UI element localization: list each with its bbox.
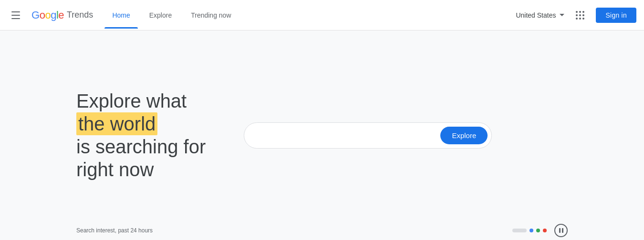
nav-item-trending-now[interactable]: Trending now — [183, 8, 239, 23]
carousel-bar[interactable] — [512, 229, 527, 232]
carousel-dot-blue[interactable] — [530, 229, 533, 232]
nav-item-explore[interactable]: Explore — [142, 8, 179, 23]
country-label: United States — [516, 11, 556, 19]
search-container: Explore — [244, 122, 492, 149]
search-bar: Explore — [244, 122, 492, 149]
hero-line2: the world — [76, 112, 206, 135]
apps-grid-icon[interactable] — [572, 7, 588, 23]
carousel-dot-green[interactable] — [536, 229, 540, 232]
hero-line4: right now — [76, 158, 206, 181]
nav-item-home[interactable]: Home — [104, 8, 137, 23]
pause-icon — [559, 228, 563, 233]
hero-highlight: the world — [76, 112, 157, 135]
header: Google Trends Home Explore Trending now … — [0, 0, 644, 30]
carousel-dot-red[interactable] — [543, 229, 547, 232]
bottom-bar: Search interest, past 24 hours — [0, 221, 644, 240]
header-right: United States Sign in — [516, 7, 636, 23]
hero-text: Explore what the world is searching for … — [76, 90, 206, 181]
hero-line1: Explore what — [76, 90, 206, 112]
google-trends-logo[interactable]: Google Trends — [31, 9, 93, 21]
main-nav: Home Explore Trending now — [104, 8, 239, 23]
trends-label: Trends — [67, 10, 93, 20]
hero-line3: is searching for — [76, 135, 206, 158]
search-interest-label: Search interest, past 24 hours — [76, 227, 153, 234]
google-wordmark: Google — [31, 9, 64, 21]
carousel-dots — [512, 229, 547, 232]
bottom-right — [512, 224, 568, 237]
explore-button[interactable]: Explore — [440, 127, 488, 144]
sign-in-button[interactable]: Sign in — [596, 8, 636, 23]
main-content: Explore what the world is searching for … — [0, 30, 644, 240]
header-left: Google Trends — [8, 8, 93, 23]
search-input[interactable] — [256, 131, 436, 140]
pause-button[interactable] — [554, 224, 568, 237]
country-selector[interactable]: United States — [516, 11, 564, 19]
dropdown-arrow-icon — [560, 14, 564, 16]
hamburger-menu-icon[interactable] — [8, 8, 24, 23]
